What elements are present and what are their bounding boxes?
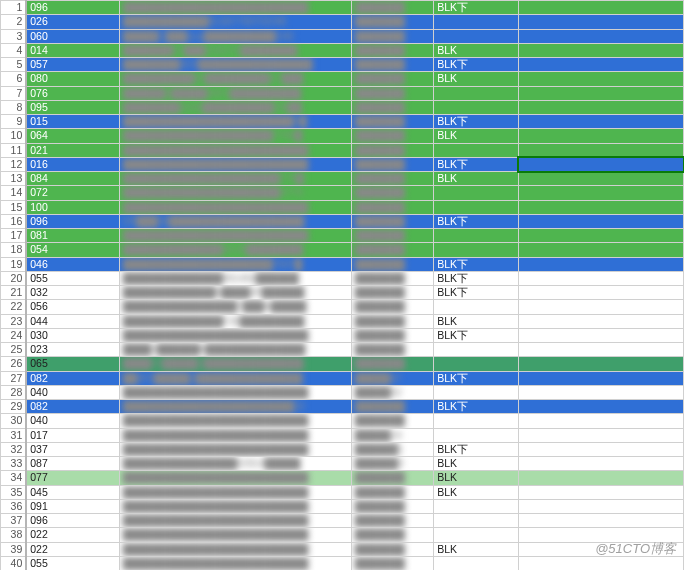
cell-colB[interactable]: ██████████████4E38████████ <box>119 243 351 257</box>
table-row[interactable]: 6080██████████86█████████A7██████████BLK <box>1 72 684 86</box>
cell-colC[interactable]: ███████ <box>351 286 434 300</box>
row-number[interactable]: 5 <box>1 58 27 72</box>
cell-colD[interactable]: BLK <box>434 43 519 57</box>
cell-colD[interactable]: BLK下 <box>434 257 519 271</box>
cell-colE[interactable] <box>518 314 683 328</box>
row-number[interactable]: 14 <box>1 186 27 200</box>
cell-colA[interactable]: 096 <box>26 1 119 15</box>
table-row[interactable]: 24030█████████████████████████████████BL… <box>1 328 684 342</box>
cell-colB[interactable]: ██████████████████████████ <box>119 556 351 570</box>
cell-colA[interactable]: 021 <box>26 143 119 157</box>
row-number[interactable]: 10 <box>1 129 27 143</box>
row-number[interactable]: 25 <box>1 343 27 357</box>
cell-colC[interactable]: ███████ <box>351 172 434 186</box>
cell-colC[interactable]: ███████ <box>351 15 434 29</box>
cell-colE[interactable] <box>518 214 683 228</box>
cell-colA[interactable]: 084 <box>26 172 119 186</box>
cell-colC[interactable]: ███████ <box>351 72 434 86</box>
cell-colC[interactable]: ███████ <box>351 414 434 428</box>
row-number[interactable]: 17 <box>1 229 27 243</box>
cell-colD[interactable] <box>434 528 519 542</box>
cell-colE[interactable] <box>518 286 683 300</box>
cell-colD[interactable]: BLK下 <box>434 271 519 285</box>
cell-colD[interactable]: BLK下 <box>434 115 519 129</box>
cell-colE[interactable] <box>518 328 683 342</box>
row-number[interactable]: 9 <box>1 115 27 129</box>
cell-colD[interactable]: BLK <box>434 129 519 143</box>
cell-colA[interactable]: 046 <box>26 257 119 271</box>
cell-colA[interactable]: 095 <box>26 100 119 114</box>
cell-colA[interactable]: 014 <box>26 43 119 57</box>
cell-colB[interactable]: ██████████████████████776█ <box>119 172 351 186</box>
cell-colA[interactable]: 026 <box>26 15 119 29</box>
cell-colC[interactable]: ███████ <box>351 1 434 15</box>
cell-colC[interactable]: █████62 <box>351 385 434 399</box>
table-row[interactable]: 5057████████8D4███████████████████████BL… <box>1 58 684 72</box>
cell-colA[interactable]: 040 <box>26 385 119 399</box>
cell-colB[interactable]: ████████8D4████████████████ <box>119 58 351 72</box>
cell-colD[interactable]: BLK下 <box>434 442 519 456</box>
cell-colC[interactable]: ███████ <box>351 243 434 257</box>
cell-colB[interactable]: ██████████████████████████ <box>119 157 351 171</box>
cell-colB[interactable]: ████████████████████████32 <box>119 400 351 414</box>
table-row[interactable]: 36091█████████████████████████████████ <box>1 499 684 513</box>
cell-colD[interactable]: BLK <box>434 471 519 485</box>
row-number[interactable]: 21 <box>1 286 27 300</box>
cell-colA[interactable]: 056 <box>26 300 119 314</box>
cell-colE[interactable] <box>518 129 683 143</box>
cell-colC[interactable]: ███████ <box>351 471 434 485</box>
row-number[interactable]: 8 <box>1 100 27 114</box>
cell-colB[interactable]: ██████████████████████████ <box>119 143 351 157</box>
cell-colA[interactable]: 057 <box>26 58 119 72</box>
row-number[interactable]: 23 <box>1 314 27 328</box>
cell-colD[interactable] <box>434 357 519 371</box>
table-row[interactable]: 31017███████████████████████████████24 <box>1 428 684 442</box>
cell-colB[interactable]: ██████████████████████████ <box>119 328 351 342</box>
table-row[interactable]: 21032█████████████6████0F█████████████BL… <box>1 286 684 300</box>
cell-colC[interactable]: ███████ <box>351 86 434 100</box>
table-row[interactable]: 37096█████████████████████████████████ <box>1 514 684 528</box>
cell-colC[interactable]: ███████ <box>351 357 434 371</box>
cell-colD[interactable]: BLK下 <box>434 1 519 15</box>
cell-colA[interactable]: 076 <box>26 86 119 100</box>
cell-colC[interactable]: ███████ <box>351 129 434 143</box>
cell-colA[interactable]: 100 <box>26 200 119 214</box>
cell-colC[interactable]: ███████ <box>351 43 434 57</box>
cell-colB[interactable]: ████████████████7███A█████ <box>119 300 351 314</box>
cell-colA[interactable]: 065 <box>26 357 119 371</box>
cell-colC[interactable]: ███████ <box>351 400 434 414</box>
cell-colE[interactable] <box>518 1 683 15</box>
row-number[interactable]: 32 <box>1 442 27 456</box>
row-number[interactable]: 40 <box>1 556 27 570</box>
cell-colE[interactable] <box>518 385 683 399</box>
cell-colB[interactable]: ██8F0█████2███████████████ <box>119 371 351 385</box>
row-number[interactable]: 6 <box>1 72 27 86</box>
cell-colD[interactable] <box>434 243 519 257</box>
cell-colE[interactable] <box>518 514 683 528</box>
row-number[interactable]: 27 <box>1 371 27 385</box>
cell-colB[interactable]: ████████6046██████████DB██ <box>119 100 351 114</box>
cell-colA[interactable]: 030 <box>26 328 119 342</box>
table-row[interactable]: 26065████93█████3█████████████████████ <box>1 357 684 371</box>
table-row[interactable]: 28040███████████████████████████████62 <box>1 385 684 399</box>
cell-colB[interactable]: ██████████████████████████ <box>119 414 351 428</box>
cell-colE[interactable] <box>518 300 683 314</box>
cell-colE[interactable] <box>518 343 683 357</box>
cell-colC[interactable]: ███████ <box>351 485 434 499</box>
cell-colD[interactable]: BLK下 <box>434 286 519 300</box>
row-number[interactable]: 15 <box>1 200 27 214</box>
cell-colA[interactable]: 082 <box>26 400 119 414</box>
table-row[interactable]: 7076██████9█████60F2█████████████████ <box>1 86 684 100</box>
cell-colB[interactable]: █████████████6████0F██████ <box>119 286 351 300</box>
cell-colA[interactable]: 060 <box>26 29 119 43</box>
cell-colB[interactable]: ██████████████F38█████████ <box>119 314 351 328</box>
cell-colA[interactable]: 081 <box>26 229 119 243</box>
cell-colE[interactable] <box>518 58 683 72</box>
row-number[interactable]: 33 <box>1 457 27 471</box>
cell-colD[interactable] <box>434 385 519 399</box>
cell-colB[interactable]: █████C███ona██████████D4E <box>119 29 351 43</box>
table-row[interactable]: 10064█████████████████████7768████████BL… <box>1 129 684 143</box>
cell-colB[interactable]: ████████████8L8A77687DD4B <box>119 15 351 29</box>
cell-colA[interactable]: 022 <box>26 542 119 556</box>
cell-colB[interactable]: ██████████████████████████ <box>119 200 351 214</box>
